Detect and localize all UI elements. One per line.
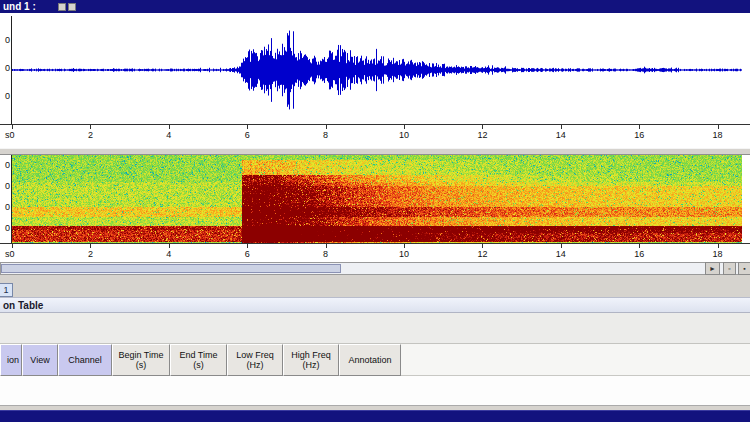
spectrogram-view[interactable] bbox=[12, 155, 742, 243]
time-axis-origin-label: s0 bbox=[5, 130, 15, 140]
column-header-unit: (s) bbox=[136, 360, 147, 370]
column-header-label: End Time bbox=[179, 350, 217, 360]
selection-table-header-row: ion View Channel Begin Time (s) End Time… bbox=[0, 344, 750, 376]
time-axis-label: 14 bbox=[556, 249, 566, 259]
selection-table-body bbox=[0, 376, 750, 406]
column-header-unit: (Hz) bbox=[247, 360, 264, 370]
column-header-unit: (Hz) bbox=[303, 360, 320, 370]
y-axis-tick-label: 0 bbox=[0, 223, 10, 233]
time-axis-tick bbox=[90, 244, 91, 248]
time-axis-label: 4 bbox=[166, 130, 171, 140]
time-axis-tick bbox=[561, 125, 562, 129]
spectrogram-frequency-axis bbox=[11, 155, 12, 243]
time-axis-tick bbox=[169, 244, 170, 248]
column-header-annotation[interactable]: Annotation bbox=[339, 344, 401, 376]
time-axis-tick bbox=[169, 125, 170, 129]
time-axis-tick bbox=[718, 244, 719, 248]
time-axis-label: 10 bbox=[399, 249, 409, 259]
raven-sound-window: und 1 : s024681012141618 000 s0246810121… bbox=[0, 0, 750, 422]
time-axis-tick bbox=[639, 244, 640, 248]
panel-icon: ▫ bbox=[728, 265, 730, 272]
spectrogram-time-axis: s024681012141618 bbox=[0, 243, 750, 262]
time-axis-label: 18 bbox=[713, 249, 723, 259]
time-axis-label: 6 bbox=[245, 130, 250, 140]
time-axis-tick bbox=[718, 125, 719, 129]
time-axis-tick bbox=[90, 125, 91, 129]
panel-utility-button[interactable]: ▪ bbox=[738, 262, 750, 275]
time-axis-label: 14 bbox=[556, 130, 566, 140]
waveform-time-axis: s024681012141618 bbox=[0, 124, 750, 148]
y-axis-tick-label: 0 bbox=[0, 181, 10, 191]
column-header-selection[interactable]: ion bbox=[0, 344, 22, 376]
panel-separator[interactable] bbox=[0, 148, 750, 155]
selection-table-panel-title: on Table bbox=[3, 300, 43, 311]
column-header-label: High Freq bbox=[291, 350, 331, 360]
time-axis-label: 10 bbox=[399, 130, 409, 140]
time-axis-label: 18 bbox=[713, 130, 723, 140]
column-header-label: ion bbox=[7, 355, 19, 365]
time-axis-label: 16 bbox=[634, 249, 644, 259]
column-header-label: Annotation bbox=[348, 355, 391, 365]
y-axis-tick-label: 0 bbox=[0, 202, 10, 212]
column-header-label: View bbox=[30, 355, 49, 365]
time-axis-tick bbox=[561, 244, 562, 248]
time-axis-label: 12 bbox=[477, 249, 487, 259]
time-axis-label: 4 bbox=[166, 249, 171, 259]
panel-icon: ▪ bbox=[743, 265, 745, 272]
time-axis-tick bbox=[326, 244, 327, 248]
window-bottom-bar bbox=[0, 410, 750, 422]
column-header-label: Begin Time bbox=[118, 350, 163, 360]
horizontal-scrollbar[interactable]: ► ▫ ▪ bbox=[0, 262, 750, 275]
waveform-view[interactable] bbox=[12, 16, 742, 124]
time-axis-tick bbox=[12, 125, 13, 129]
waveform-panel: s024681012141618 000 bbox=[0, 13, 750, 148]
y-axis-tick-label: 0 bbox=[0, 91, 10, 101]
titlebar-minimize-button[interactable] bbox=[58, 3, 66, 11]
selection-table-toolbar-area bbox=[0, 313, 750, 344]
y-axis-tick-label: 0 bbox=[0, 160, 10, 170]
time-axis-label: 8 bbox=[323, 130, 328, 140]
column-header-channel[interactable]: Channel bbox=[58, 344, 112, 376]
waveform-amplitude-axis bbox=[11, 16, 12, 124]
time-axis-tick bbox=[247, 125, 248, 129]
time-axis-label: 2 bbox=[88, 249, 93, 259]
time-axis-label: 12 bbox=[477, 130, 487, 140]
titlebar-maximize-button[interactable] bbox=[68, 3, 76, 11]
spectrogram-panel: s024681012141618 0000 bbox=[0, 155, 750, 262]
column-header-high-freq[interactable]: High Freq (Hz) bbox=[283, 344, 339, 376]
scroll-right-button[interactable]: ► bbox=[705, 262, 720, 275]
time-axis-tick bbox=[404, 244, 405, 248]
time-axis-tick bbox=[247, 244, 248, 248]
y-axis-tick-label: 0 bbox=[0, 35, 10, 45]
window-titlebar[interactable]: und 1 : bbox=[0, 0, 750, 13]
time-axis-origin-label: s0 bbox=[5, 249, 15, 259]
selection-table-panel-header[interactable]: on Table bbox=[0, 297, 750, 313]
scroll-right-icon: ► bbox=[709, 265, 716, 272]
column-header-low-freq[interactable]: Low Freq (Hz) bbox=[227, 344, 283, 376]
time-axis-tick bbox=[482, 125, 483, 129]
window-title: und 1 : bbox=[3, 1, 36, 12]
view-tab-label: 1 bbox=[3, 285, 8, 295]
time-axis-tick bbox=[482, 244, 483, 248]
time-axis-label: 2 bbox=[88, 130, 93, 140]
scrollbar-thumb[interactable] bbox=[1, 264, 341, 273]
column-header-label: Low Freq bbox=[236, 350, 274, 360]
panel-utility-button[interactable]: ▫ bbox=[723, 262, 736, 275]
column-header-unit: (s) bbox=[193, 360, 204, 370]
time-axis-label: 16 bbox=[634, 130, 644, 140]
time-axis-tick bbox=[326, 125, 327, 129]
view-tab-1[interactable]: 1 bbox=[0, 283, 13, 297]
column-header-view[interactable]: View bbox=[22, 344, 58, 376]
time-axis-tick bbox=[639, 125, 640, 129]
column-header-begin-time[interactable]: Begin Time (s) bbox=[112, 344, 170, 376]
column-header-end-time[interactable]: End Time (s) bbox=[170, 344, 227, 376]
time-axis-label: 6 bbox=[245, 249, 250, 259]
time-axis-tick bbox=[12, 244, 13, 248]
y-axis-tick-label: 0 bbox=[0, 63, 10, 73]
column-header-label: Channel bbox=[68, 355, 102, 365]
time-axis-label: 8 bbox=[323, 249, 328, 259]
time-axis-tick bbox=[404, 125, 405, 129]
table-header-filler bbox=[401, 344, 750, 376]
